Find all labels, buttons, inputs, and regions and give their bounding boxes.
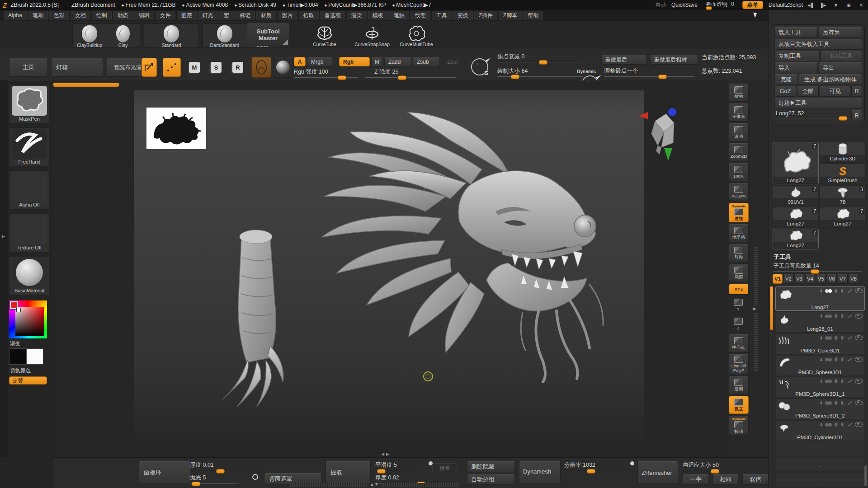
zcut-button[interactable]: Zcut: [441, 57, 464, 66]
clone-button[interactable]: 克隆: [774, 74, 798, 85]
tray-expand-icon[interactable]: ▶: [2, 234, 5, 239]
zadd-button[interactable]: Zadd: [384, 57, 411, 66]
quicksave-button[interactable]: QuickSave: [671, 2, 698, 8]
dynamic-label[interactable]: Dynamic: [577, 69, 596, 74]
menu-item[interactable]: 工具: [432, 11, 452, 20]
save-as-button[interactable]: 另存为: [819, 27, 862, 38]
bottom-scroll-arrows[interactable]: ▲▼: [370, 482, 379, 487]
slider-r-button[interactable]: R: [851, 110, 862, 121]
canvas-viewport[interactable]: ◀▶: [53, 80, 726, 457]
contrast-icon[interactable]: [841, 379, 845, 383]
menu-item[interactable]: 宏: [219, 11, 234, 20]
menu-item[interactable]: 编辑: [134, 11, 154, 20]
load-tool-button[interactable]: 载入工具: [774, 27, 818, 38]
bottom-scroll-strip-right[interactable]: [382, 483, 458, 487]
menu-item[interactable]: 帮助: [523, 11, 543, 20]
right-toolbar-button[interactable]: BPR: [729, 84, 749, 102]
lightbox-tool-button[interactable]: 灯箱▶工具: [774, 98, 862, 108]
menu-item[interactable]: 首选项: [320, 11, 345, 20]
opacity-icon[interactable]: [835, 314, 839, 318]
right-toolbar-button[interactable]: Z: [729, 315, 748, 333]
menu-item[interactable]: 灯光: [198, 11, 218, 20]
focal-shift-slider[interactable]: 焦点衰减 0: [497, 53, 583, 62]
tab-v1[interactable]: V1: [773, 274, 783, 284]
goz-button[interactable]: GoZ: [774, 86, 796, 97]
flatten-icon[interactable]: ⬇: [819, 357, 823, 362]
stroke-picker-button[interactable]: [251, 57, 271, 78]
current-brush-maskpen[interactable]: MaskPen: [9, 84, 50, 124]
paint-icon[interactable]: [848, 336, 853, 340]
paste-tool-button[interactable]: 粘贴工具: [821, 51, 862, 61]
menu-item[interactable]: 图层: [177, 11, 197, 20]
tool-thumb-simplebrush[interactable]: S SimpleBrush: [820, 164, 866, 184]
home-button[interactable]: 主页: [9, 58, 48, 77]
canvas-scroll-arrows[interactable]: ◀▶: [381, 452, 391, 456]
contrast-icon[interactable]: [841, 422, 845, 427]
color-a-button[interactable]: A: [294, 57, 306, 66]
brush-curvestrapsnap[interactable]: CurveStrapSnap: [350, 24, 394, 47]
material-picker-button[interactable]: [273, 57, 293, 78]
subtool-scrollbar[interactable]: [770, 286, 773, 330]
flatten-icon[interactable]: ⬇: [819, 289, 823, 293]
right-toolbar-button[interactable]: Zoom2D: [729, 143, 749, 161]
menu-item[interactable]: 动态: [113, 11, 133, 20]
panel-loop-button[interactable]: 面板环: [139, 461, 190, 484]
scale-gizmo-icon[interactable]: S: [211, 62, 222, 73]
rgb-button[interactable]: Rgb: [339, 57, 370, 66]
delete-hidden-button[interactable]: 删除隐藏: [467, 461, 515, 472]
contrast-icon[interactable]: [841, 289, 845, 293]
rotate-gizmo-icon[interactable]: R: [232, 62, 243, 73]
subtool-visible-count-slider[interactable]: 子工具可见数量 14: [774, 262, 862, 272]
rgb-intensity-slider[interactable]: Rgb 强度 100: [294, 68, 358, 78]
close-icon[interactable]: ×: [856, 1, 866, 9]
ui-opacity-slider[interactable]: 界面透明 0: [706, 0, 734, 8]
color-picker[interactable]: [9, 300, 47, 338]
switch-color-label[interactable]: 切换颜色: [10, 367, 31, 374]
visibility-eye-icon[interactable]: [855, 335, 863, 340]
tray-left-toggle-icon[interactable]: ◄▌: [806, 1, 816, 9]
gradient-label[interactable]: 渐变: [10, 340, 20, 347]
restore-icon[interactable]: ▣: [844, 1, 854, 9]
secondary-color-swatch[interactable]: [26, 348, 43, 365]
menu-item[interactable]: 文件: [156, 11, 175, 20]
redo-last-relative-button[interactable]: 重做最后相对: [650, 55, 698, 65]
polish-toggle-icon[interactable]: [252, 474, 258, 480]
polypaint-icon[interactable]: [825, 380, 832, 383]
subtool-item-long27[interactable]: ⬇ Long27: [775, 286, 865, 311]
tool-thumb-78[interactable]: 3 78: [820, 185, 866, 206]
contrast-icon[interactable]: [841, 357, 845, 361]
dragon-model[interactable]: [134, 90, 644, 454]
export-button[interactable]: 导出: [819, 62, 862, 73]
dynamesh-button[interactable]: Dynamesh: [519, 461, 561, 484]
thickness2-slider[interactable]: 厚度 0.02: [375, 474, 420, 484]
paint-icon[interactable]: [848, 289, 853, 293]
menu-item[interactable]: Z脚本: [499, 11, 522, 20]
polypaint-icon[interactable]: [825, 358, 832, 361]
polypaint-icon[interactable]: [825, 314, 832, 318]
lightbox-button[interactable]: 灯箱: [51, 58, 103, 77]
subtool-master-button[interactable]: SubTool Master: [247, 23, 289, 46]
panel-scrollbar[interactable]: [864, 465, 867, 486]
right-toolbar-button[interactable]: 滚动: [729, 123, 749, 141]
current-material-basic[interactable]: BasicMaterial: [9, 256, 50, 296]
subtool-item-pm3d-sphere3d1-1[interactable]: ⬇ PM3D_Sphere3D1_1: [775, 377, 865, 398]
edit-button[interactable]: [142, 58, 157, 77]
document-area[interactable]: [134, 90, 644, 454]
camera-nav-head[interactable]: [638, 104, 683, 163]
menu-item[interactable]: 色彩: [49, 11, 69, 20]
subtool-item-pm3d-sphere3d1[interactable]: ⬇ PM3D_Sphere3D1: [775, 355, 865, 376]
brush-claybuildup[interactable]: ClayBuildup: [74, 24, 105, 48]
right-toolbar-button[interactable]: 透明: [729, 376, 749, 394]
right-toolbar-button[interactable]: Dynamic 透视: [729, 203, 749, 222]
right-toolbar-button[interactable]: AC50%: [729, 183, 749, 201]
import-button[interactable]: 导入: [774, 62, 818, 73]
z-intensity-slider[interactable]: Z 强度 25: [365, 68, 456, 78]
tab-v4[interactable]: V4: [805, 274, 815, 284]
right-toolbar-button[interactable]: Y: [729, 296, 748, 314]
alternate-button[interactable]: 交替: [9, 376, 47, 385]
opacity-icon[interactable]: [835, 422, 839, 427]
canvas-vscroll-strip2[interactable]: [754, 313, 758, 371]
flatten-icon[interactable]: ⬇: [819, 314, 823, 319]
menu-item[interactable]: Z插件: [474, 11, 497, 20]
subtool-empty-slot[interactable]: .: [775, 457, 865, 472]
